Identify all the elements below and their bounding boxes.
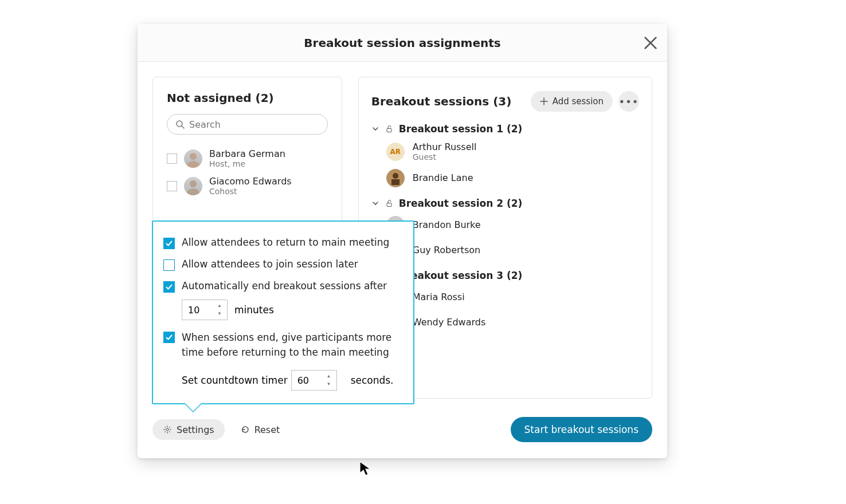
svg-point-6 (393, 173, 398, 179)
session-member-row[interactable]: AR Arthur Russell Guest (386, 138, 639, 166)
start-label: Start breakout sessions (524, 424, 639, 435)
person-name: Arthur Russell (413, 141, 477, 152)
close-button[interactable] (642, 34, 659, 52)
reset-label: Reset (254, 424, 280, 435)
minutes-unit: minutes (234, 304, 274, 316)
person-name: Guy Robertson (413, 245, 480, 255)
person-checkbox[interactable] (167, 181, 177, 191)
countdown-label: When sessions end, give participants mor… (182, 330, 403, 360)
person-name: Barbara German (209, 148, 285, 159)
reset-icon (241, 425, 250, 434)
search-input[interactable] (189, 119, 319, 130)
auto-end-checkbox[interactable] (163, 281, 175, 293)
unassigned-person-row[interactable]: Giacomo Edwards Cohost (167, 172, 328, 200)
allow-return-checkbox[interactable] (163, 238, 175, 249)
stepper-down-icon[interactable]: ▾ (214, 310, 225, 318)
auto-end-label: Automatically end breakout sessions afte… (182, 280, 387, 292)
search-icon (175, 120, 185, 129)
session-member-row[interactable]: Wendy Edwards (386, 310, 639, 335)
stepper-up-icon[interactable]: ▴ (214, 302, 225, 310)
settings-button[interactable]: Settings (152, 419, 225, 440)
svg-rect-8 (387, 203, 391, 206)
session-label: Breakout session 2 (2) (399, 198, 523, 209)
sessions-title: Breakout sessions (3) (371, 94, 512, 108)
minutes-input[interactable] (182, 305, 210, 316)
unlock-icon (385, 125, 393, 133)
session-member-row[interactable]: Guy Robertson (386, 238, 639, 263)
avatar (184, 149, 202, 168)
session-label: Breakout session 3 (2) (399, 270, 523, 281)
svg-point-10 (166, 428, 169, 431)
person-role: Guest (413, 152, 477, 162)
countdown-suffix: seconds. (351, 375, 394, 386)
svg-point-3 (190, 180, 197, 187)
settings-label: Settings (177, 424, 214, 435)
stepper-down-icon[interactable]: ▾ (324, 380, 334, 388)
mouse-cursor-icon (359, 460, 371, 479)
close-icon (642, 34, 659, 52)
person-name: Brandon Burke (413, 219, 481, 230)
add-session-button[interactable]: Add session (531, 91, 613, 112)
chevron-down-icon (371, 125, 379, 133)
unlock-icon (385, 199, 393, 207)
search-field[interactable] (167, 114, 328, 135)
session-label: Breakout session 1 (2) (399, 123, 523, 135)
countdown-checkbox[interactable] (163, 332, 175, 343)
allow-join-later-checkbox[interactable] (163, 259, 175, 271)
plus-icon (540, 97, 548, 105)
chevron-down-icon (371, 199, 379, 207)
person-name: Wendy Edwards (413, 317, 486, 328)
settings-popover: Allow attendees to return to main meetin… (152, 220, 414, 404)
session-member-row[interactable]: Brandon Burke (386, 212, 639, 238)
svg-point-2 (190, 153, 197, 160)
dialog-header: Breakout session assignments (138, 24, 667, 62)
not-assigned-title: Not assigned (2) (167, 91, 328, 105)
svg-line-1 (182, 126, 184, 128)
allow-join-later-label: Allow attendees to join session later (182, 258, 358, 270)
session-header[interactable]: Breakout session 1 (2) (371, 120, 639, 138)
stepper-up-icon[interactable]: ▴ (324, 372, 334, 380)
session-member-row[interactable]: Brandie Lane (386, 166, 639, 191)
person-name: Brandie Lane (413, 172, 473, 183)
gear-icon (163, 425, 172, 434)
seconds-stepper[interactable]: ▴▾ (291, 370, 337, 391)
dialog-title: Breakout session assignments (304, 36, 500, 50)
session-member-row[interactable]: Maria Rossi (386, 285, 639, 310)
person-role: Host, me (209, 159, 285, 169)
add-session-label: Add session (553, 96, 604, 107)
session-header[interactable]: Breakout session 2 (2) (371, 194, 639, 212)
person-role: Cohost (209, 187, 292, 196)
seconds-input[interactable] (292, 375, 319, 386)
person-name: Maria Rossi (413, 292, 465, 302)
more-horizontal-icon: ••• (619, 96, 639, 108)
start-breakout-button[interactable]: Start breakout sessions (511, 417, 652, 442)
svg-rect-7 (391, 179, 399, 185)
avatar (184, 177, 202, 195)
allow-return-label: Allow attendees to return to main meetin… (182, 237, 389, 248)
person-checkbox[interactable] (167, 153, 177, 164)
countdown-prefix: Set countdtown timer (182, 375, 288, 386)
reset-button[interactable]: Reset (241, 424, 280, 435)
minutes-stepper[interactable]: ▴▾ (182, 300, 228, 320)
svg-rect-4 (387, 129, 391, 132)
more-options-button[interactable]: ••• (618, 91, 639, 112)
avatar-initials: AR (386, 143, 405, 161)
person-name: Giacomo Edwards (209, 176, 292, 187)
avatar (386, 169, 405, 187)
unassigned-person-row[interactable]: Barbara German Host, me (167, 145, 328, 172)
